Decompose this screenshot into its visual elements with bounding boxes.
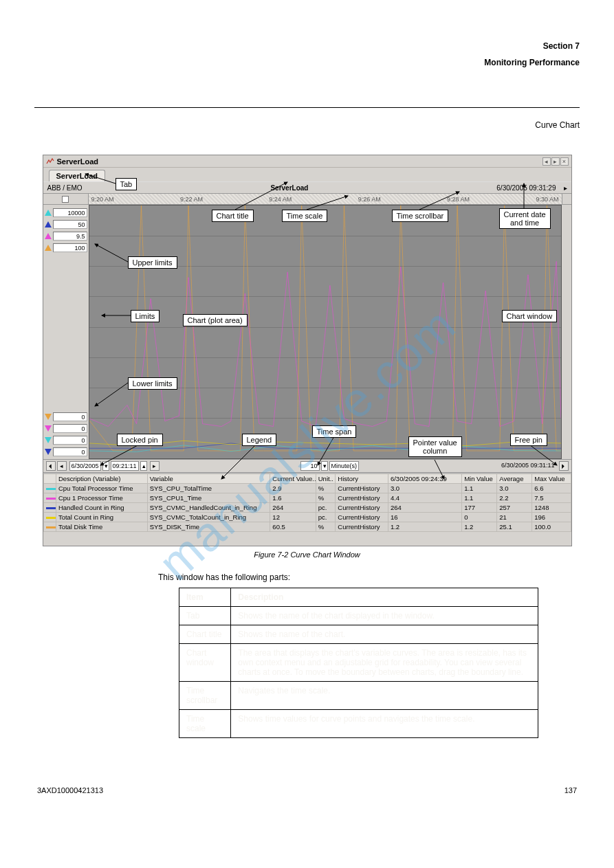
triangle-down-icon	[45, 449, 52, 455]
legend-row[interactable]: Cpu 1 Processor TimeSYS_CPU1_Time1.6% Cu…	[43, 493, 571, 503]
window-title: ServerLoad	[57, 157, 99, 166]
date-dropdown-icon[interactable]: ▾	[102, 461, 109, 471]
legend-header[interactable]: Average	[497, 474, 532, 484]
legend-header[interactable]: Variable	[147, 474, 270, 484]
chart-title: ServerLoad	[83, 184, 497, 192]
section-subtitle: Curve Chart	[34, 120, 580, 130]
lower-limit-row[interactable]: 0	[45, 412, 87, 421]
callout-chart-window: Chart window	[502, 310, 558, 322]
legend-header[interactable]	[43, 474, 56, 484]
parts-row: Chart titleShows the name of the chart.	[179, 625, 538, 644]
scroll-arrows-icon[interactable]: ▸	[556, 184, 567, 192]
section-number: Section 7	[34, 41, 580, 51]
time-scrollbar[interactable]: 9:20 AM 9:22 AM 9:24 AM 9:26 AM 9:28 AM …	[43, 194, 571, 205]
callout-pointer-value: Pointer value column	[408, 436, 462, 457]
upper-limit-row[interactable]: 100	[45, 243, 87, 252]
callout-tab: Tab	[116, 178, 138, 190]
legend-header[interactable]: History	[336, 474, 388, 484]
limits-column: 10000 50 9.5 100 0 0 0 0	[43, 205, 89, 459]
legend-header[interactable]: Unit..	[316, 474, 336, 484]
nav-next-icon[interactable]: ▸	[551, 157, 560, 166]
tab-serverload[interactable]: ServerLoad	[49, 170, 106, 181]
legend-header[interactable]: Min Value	[462, 474, 497, 484]
legend-header[interactable]: 6/30/2005 09:24:39	[388, 474, 461, 484]
legend-table[interactable]: Description (Variable)VariableCurrent Va…	[43, 474, 571, 532]
legend-panel: Description (Variable)VariableCurrent Va…	[43, 473, 571, 532]
callout-chart-plot: Chart (plot area)	[183, 314, 248, 326]
upper-limit-row[interactable]: 9.5	[45, 231, 87, 241]
callout-time-span: Time span	[312, 425, 357, 438]
callout-locked-pin: Locked pin	[117, 434, 163, 446]
triangle-up-icon	[45, 221, 52, 227]
triangle-down-icon	[45, 414, 52, 420]
limit-value[interactable]: 50	[53, 220, 87, 229]
page-footer: 3AXD10000421313 137	[34, 786, 580, 794]
end-datetime: 6/30/2005 09:31:11	[500, 461, 556, 471]
lower-limit-row[interactable]: 0	[45, 423, 87, 433]
parts-table: ItemDescriptionTabShows the name of the …	[179, 588, 538, 738]
callout-current-dt: Current date and time	[499, 208, 551, 229]
time-tick: 9:22 AM	[180, 196, 203, 203]
triangle-up-icon	[45, 245, 52, 251]
figure-wrap: ServerLoad ◂ ▸ × ServerLoad ABB / EMO Se…	[43, 155, 572, 546]
legend-row[interactable]: Handled Count in RingSYS_CVMC_HandledCou…	[43, 503, 571, 513]
parts-row: TabShows the name of the chart displayed…	[179, 607, 538, 625]
pin-locked-icon[interactable]: ⏴	[46, 461, 56, 471]
time-tick: 9:26 AM	[358, 196, 381, 203]
triangle-up-icon	[45, 210, 52, 216]
limit-value[interactable]: 10000	[53, 208, 87, 217]
right-gutter	[562, 205, 571, 459]
limit-value[interactable]: 0	[53, 412, 87, 421]
callout-legend: Legend	[242, 434, 277, 446]
legend-header[interactable]: Max Value	[532, 474, 571, 484]
desc-intro: This window has the following parts:	[158, 572, 569, 582]
time-tick: 9:24 AM	[269, 196, 292, 203]
legend-header[interactable]: Description (Variable)	[56, 474, 147, 484]
limit-value[interactable]: 0	[53, 447, 87, 456]
time-stepper-icon[interactable]: ▴	[140, 461, 147, 471]
pin-free-icon[interactable]: ⏵	[559, 461, 569, 471]
span-dropdown-icon[interactable]: ▾	[321, 461, 328, 471]
time-tick: 9:30 AM	[536, 196, 558, 203]
nav-prev-icon[interactable]: ◂	[542, 157, 551, 166]
date-field[interactable]: 6/30/2005	[69, 461, 101, 471]
time-field[interactable]: 09:21:11	[111, 461, 139, 471]
step-back-icon[interactable]: ◂	[57, 461, 67, 471]
callout-chart-title: Chart title	[212, 210, 254, 222]
page-number: 137	[564, 786, 577, 794]
span-value[interactable]: 10	[300, 461, 320, 471]
span-unit[interactable]: Minute(s)	[329, 461, 360, 471]
limit-value[interactable]: 0	[53, 424, 87, 433]
upper-limit-row[interactable]: 50	[45, 219, 87, 229]
callout-upper-limits: Upper limits	[128, 256, 177, 269]
close-icon[interactable]: ×	[560, 157, 569, 166]
datetime-display: 6/30/2005 09:31:29	[496, 184, 556, 192]
header-rule	[34, 107, 580, 108]
parts-row: Time scrollbarNavigates the time scale.	[179, 682, 538, 710]
callout-limits: Limits	[131, 310, 160, 322]
limit-value[interactable]: 0	[53, 436, 87, 445]
triangle-up-icon	[45, 233, 52, 239]
step-fwd-icon[interactable]: ▸	[150, 461, 160, 471]
time-tick: 9:28 AM	[447, 196, 470, 203]
legend-row[interactable]: Total Disk TimeSYS_DISK_Time60.5% Curren…	[43, 522, 571, 532]
breadcrumb: ABB / EMO	[47, 184, 83, 192]
legend-row[interactable]: Total Count in RingSYS_CVMC_TotalCount_i…	[43, 513, 571, 522]
doc-id: 3AXD10000421313	[37, 786, 103, 794]
legend-row[interactable]: Cpu Total Processor TimeSYS_CPU_TotalTim…	[43, 484, 571, 493]
parts-row: Chart windowThe area that displays the c…	[179, 644, 538, 682]
upper-limit-row[interactable]: 10000	[45, 208, 87, 217]
lower-limit-row[interactable]: 0	[45, 447, 87, 456]
parts-row: Time scaleShows time values for curve po…	[179, 710, 538, 738]
triangle-down-icon	[45, 425, 52, 432]
time-scale[interactable]: 9:20 AM 9:22 AM 9:24 AM 9:26 AM 9:28 AM …	[89, 194, 562, 204]
chart-plot-area[interactable]	[89, 205, 562, 459]
limit-value[interactable]: 100	[53, 243, 87, 252]
bottombar: ⏴ ◂ 6/30/2005▾ 09:21:11▴ ▸ 10▾ Minute(s)…	[43, 459, 571, 473]
callout-time-scale: Time scale	[282, 210, 328, 222]
lower-limit-row[interactable]: 0	[45, 435, 87, 445]
lock-checkbox[interactable]	[62, 196, 69, 203]
limit-value[interactable]: 9.5	[53, 232, 87, 241]
parts-header: ItemDescription	[179, 588, 538, 607]
legend-header[interactable]: Current Value..	[270, 474, 316, 484]
